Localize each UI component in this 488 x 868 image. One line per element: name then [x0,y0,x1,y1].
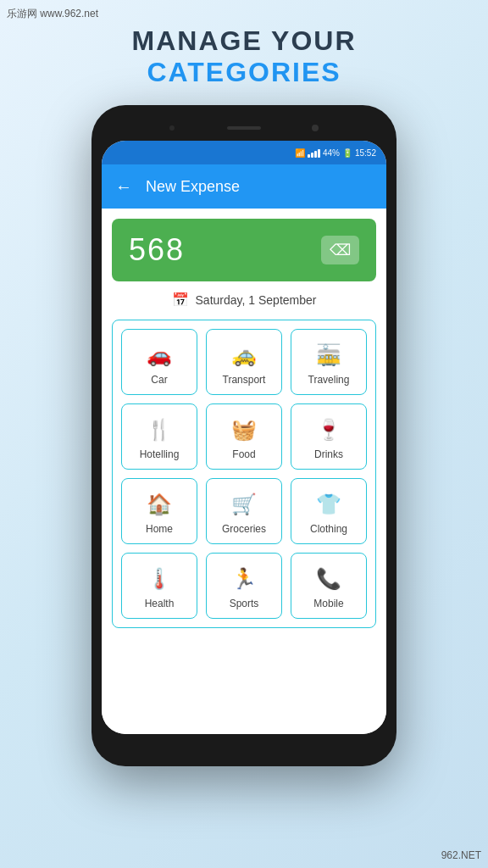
categories-grid: 🚗Car🚕Transport🚋Traveling🍴Hotelling🧺Food🍷… [112,320,376,628]
drinks-label: Drinks [314,448,343,460]
signal-bar-4 [318,149,320,158]
phone-speaker [227,126,261,130]
front-camera-left [169,125,175,131]
status-bar: 📶 44% 🔋 15:52 [102,141,386,164]
category-item-car[interactable]: 🚗Car [121,329,197,395]
signal-bars [308,147,320,158]
food-label: Food [232,448,255,460]
category-item-drinks[interactable]: 🍷Drinks [291,403,367,470]
page-title-line2: CATEGORIES [0,57,488,88]
hotelling-icon: 🍴 [147,416,172,443]
watermark-bottom: 962.NET [441,849,481,861]
car-icon: 🚗 [147,342,172,369]
health-label: Health [145,598,175,609]
wifi-icon: 📶 [295,148,305,158]
watermark-top: 乐游网 www.962.net [7,7,98,21]
health-icon: 🌡️ [147,565,172,593]
mobile-label: Mobile [313,598,343,609]
phone-frame: 📶 44% 🔋 15:52 ← New Expense 568 [92,105,396,766]
signal-bar-2 [311,153,313,158]
groceries-icon: 🛒 [231,491,257,518]
amount-value: 568 [129,232,185,268]
sports-icon: 🏃 [231,565,257,593]
category-item-mobile[interactable]: 📞Mobile [291,553,367,619]
app-bar: ← New Expense [102,164,386,209]
category-item-hotelling[interactable]: 🍴Hotelling [121,403,197,470]
clothing-label: Clothing [310,523,347,535]
transport-label: Transport [223,374,266,386]
status-icons: 📶 44% 🔋 15:52 [295,147,376,158]
signal-bar-3 [314,151,317,158]
sports-label: Sports [230,598,259,609]
mobile-icon: 📞 [316,565,341,593]
category-item-clothing[interactable]: 👕Clothing [291,478,367,544]
calendar-icon: 📅 [172,292,189,308]
backspace-button[interactable]: ⌫ [321,236,359,264]
category-item-food[interactable]: 🧺Food [206,403,282,470]
groceries-label: Groceries [222,523,266,535]
traveling-label: Traveling [308,374,350,386]
home-label: Home [146,523,173,535]
phone-screen: 📶 44% 🔋 15:52 ← New Expense 568 [102,141,386,734]
transport-icon: 🚕 [231,342,257,369]
date-row: 📅 Saturday, 1 September [112,292,376,308]
battery-icon: 🔋 [342,148,352,158]
category-item-health[interactable]: 🌡️Health [121,553,197,619]
phone-top-bar [102,115,386,141]
category-item-transport[interactable]: 🚕Transport [206,329,282,395]
category-item-home[interactable]: 🏠Home [121,478,197,544]
page-title-line1: MANAGE YOUR [0,25,488,57]
food-icon: 🧺 [231,416,257,443]
hotelling-label: Hotelling [140,448,180,460]
date-label: Saturday, 1 September [196,293,317,307]
back-button[interactable]: ← [115,177,132,197]
drinks-icon: 🍷 [316,416,341,443]
category-item-groceries[interactable]: 🛒Groceries [206,478,282,544]
traveling-icon: 🚋 [316,342,341,369]
home-icon: 🏠 [147,491,172,518]
category-item-sports[interactable]: 🏃Sports [206,553,282,619]
signal-bar-1 [308,154,310,158]
phone-camera [312,125,319,131]
screen-content: 568 ⌫ 📅 Saturday, 1 September 🚗Car🚕Trans… [102,209,386,734]
battery-text: 44% [323,148,340,158]
app-bar-title: New Expense [146,178,240,196]
car-label: Car [151,374,167,386]
category-item-traveling[interactable]: 🚋Traveling [291,329,367,395]
clothing-icon: 👕 [316,491,341,518]
amount-input[interactable]: 568 ⌫ [112,219,376,281]
time-display: 15:52 [355,148,376,158]
